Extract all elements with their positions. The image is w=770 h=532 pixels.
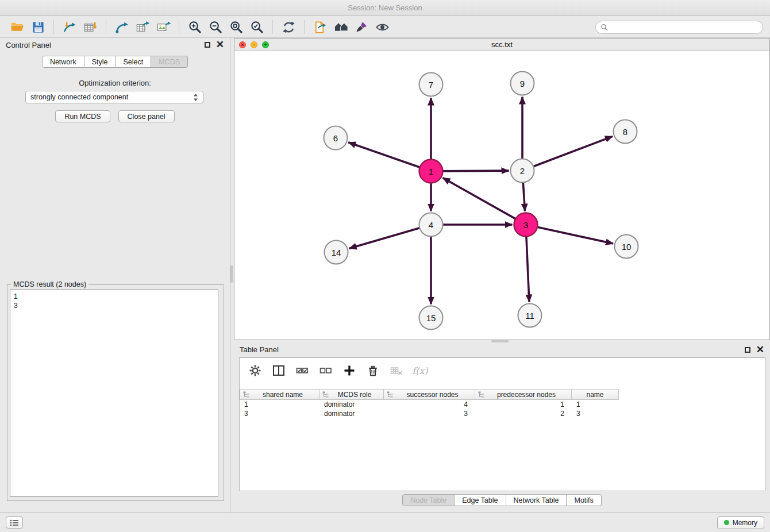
delete-column-button[interactable] xyxy=(365,364,380,377)
edge-3-11[interactable] xyxy=(526,236,529,302)
node-2[interactable]: 2 xyxy=(511,159,534,183)
column-header-predecessor-nodes[interactable]: predecessor nodes xyxy=(475,389,572,400)
cell-successor-nodes[interactable]: 4 xyxy=(384,400,475,408)
optimization-criterion-label: Optimization criterion: xyxy=(0,79,230,87)
home-button[interactable] xyxy=(330,18,351,36)
maximize-window-button[interactable]: + xyxy=(262,41,269,48)
node-15[interactable]: 15 xyxy=(419,306,443,330)
close-panel-button[interactable]: Close panel xyxy=(118,110,175,122)
node-8[interactable]: 8 xyxy=(614,120,637,144)
table-row[interactable]: 3 dominator 3 2 3 xyxy=(240,409,765,418)
node-label: 6 xyxy=(333,133,338,143)
cell-mcds-role[interactable]: dominator xyxy=(319,410,384,418)
node-label: 10 xyxy=(622,242,632,252)
search-input[interactable] xyxy=(611,23,758,31)
network-window-titlebar[interactable]: × − + scc.txt xyxy=(234,38,769,51)
node-14[interactable]: 14 xyxy=(325,241,348,264)
show-hide-details-button[interactable] xyxy=(372,18,392,36)
zoom-selected-button[interactable] xyxy=(247,18,267,36)
task-history-button[interactable] xyxy=(6,516,23,529)
open-file-button[interactable] xyxy=(7,18,28,36)
trash-icon xyxy=(367,364,379,377)
clone-document-button[interactable] xyxy=(310,18,330,36)
zoom-fit-button[interactable] xyxy=(226,18,247,36)
table-settings-button[interactable] xyxy=(248,364,263,377)
edge-2-8[interactable] xyxy=(533,136,613,166)
node-3[interactable]: 3 xyxy=(514,213,538,237)
edge-2-3[interactable] xyxy=(523,182,525,211)
node-9[interactable]: 9 xyxy=(511,72,534,95)
tab-node-table[interactable]: Node Table xyxy=(402,494,455,506)
app-titlebar[interactable]: Session: New Session xyxy=(0,0,770,16)
cell-predecessor-nodes[interactable]: 2 xyxy=(475,410,572,418)
minimize-window-button[interactable]: − xyxy=(251,41,257,48)
node-4[interactable]: 4 xyxy=(419,213,443,237)
unselect-all-columns-button[interactable] xyxy=(318,364,333,377)
node-label: 11 xyxy=(525,311,534,321)
column-header-name[interactable]: name xyxy=(572,389,619,400)
close-window-button[interactable]: × xyxy=(239,41,246,48)
close-table-panel-icon[interactable]: ✕ xyxy=(756,346,764,354)
mcds-result-list[interactable]: 1 3 xyxy=(10,289,218,497)
cell-successor-nodes[interactable]: 3 xyxy=(384,410,475,418)
cell-predecessor-nodes[interactable]: 1 xyxy=(475,400,572,408)
edge-3-1[interactable] xyxy=(442,178,515,219)
import-network-button[interactable] xyxy=(59,18,80,36)
tab-mcds[interactable]: MCDS xyxy=(151,56,188,68)
horizontal-splitter-handle[interactable] xyxy=(491,340,509,342)
style-paint-button[interactable] xyxy=(351,18,372,36)
app-title: Session: New Session xyxy=(348,3,422,12)
column-header-successor-nodes[interactable]: successor nodes xyxy=(384,389,475,400)
create-column-button[interactable] xyxy=(342,364,357,377)
tab-style[interactable]: Style xyxy=(84,56,116,68)
table-row[interactable]: 1 dominator 4 1 1 xyxy=(240,400,765,409)
node-11[interactable]: 11 xyxy=(518,304,542,327)
vertical-splitter-handle[interactable] xyxy=(230,265,233,283)
show-columns-button[interactable] xyxy=(271,364,286,377)
cell-shared-name[interactable]: 1 xyxy=(240,400,319,408)
edge-3-10[interactable] xyxy=(537,227,613,244)
tab-select[interactable]: Select xyxy=(116,56,152,68)
column-header-mcds-role[interactable]: MCDS role xyxy=(319,389,384,400)
edge-1-6[interactable] xyxy=(348,142,419,167)
unchecked-boxes-icon xyxy=(319,364,332,377)
cell-name[interactable]: 1 xyxy=(572,400,619,408)
zoom-in-button[interactable] xyxy=(184,18,205,36)
network-canvas[interactable]: 7968124314101511 xyxy=(234,51,769,340)
optimization-criterion-select[interactable]: strongly connected component xyxy=(25,91,203,103)
save-session-button[interactable] xyxy=(28,18,48,36)
select-all-columns-button[interactable] xyxy=(295,364,310,377)
node-6[interactable]: 6 xyxy=(324,126,348,150)
memory-button[interactable]: Memory xyxy=(717,516,764,529)
apply-layout-button[interactable] xyxy=(278,18,299,36)
export-image-button[interactable] xyxy=(153,18,174,36)
cell-shared-name[interactable]: 3 xyxy=(240,410,319,418)
node-10[interactable]: 10 xyxy=(615,235,638,259)
function-builder-button[interactable]: f(x) xyxy=(413,364,428,377)
cell-name[interactable]: 3 xyxy=(572,410,619,418)
node-label: 4 xyxy=(429,220,433,230)
columns-icon xyxy=(272,364,285,377)
delete-table-button[interactable] xyxy=(389,364,404,377)
close-panel-icon[interactable]: ✕ xyxy=(216,41,224,49)
tab-network[interactable]: Network xyxy=(42,56,84,68)
node-1[interactable]: 1 xyxy=(419,160,443,183)
zoom-out-button[interactable] xyxy=(205,18,226,36)
edge-4-14[interactable] xyxy=(349,228,420,249)
tab-edge-table[interactable]: Edge Table xyxy=(455,494,506,506)
export-network-button[interactable] xyxy=(111,18,132,36)
run-mcds-button[interactable]: Run MCDS xyxy=(55,110,110,122)
tab-motifs[interactable]: Motifs xyxy=(567,494,601,506)
float-table-panel-icon[interactable] xyxy=(745,347,750,353)
tab-network-table[interactable]: Network Table xyxy=(506,494,567,506)
edge-1-2[interactable] xyxy=(442,171,509,171)
node-7[interactable]: 7 xyxy=(419,73,443,97)
mcds-result-line: 1 xyxy=(14,292,214,301)
export-table-button[interactable] xyxy=(132,18,153,36)
gear-icon xyxy=(249,364,261,377)
cell-mcds-role[interactable]: dominator xyxy=(319,400,384,408)
column-header-shared-name[interactable]: shared name xyxy=(240,389,319,400)
search-box[interactable] xyxy=(595,21,763,34)
import-table-button[interactable] xyxy=(80,18,101,36)
float-panel-icon[interactable] xyxy=(205,42,210,48)
